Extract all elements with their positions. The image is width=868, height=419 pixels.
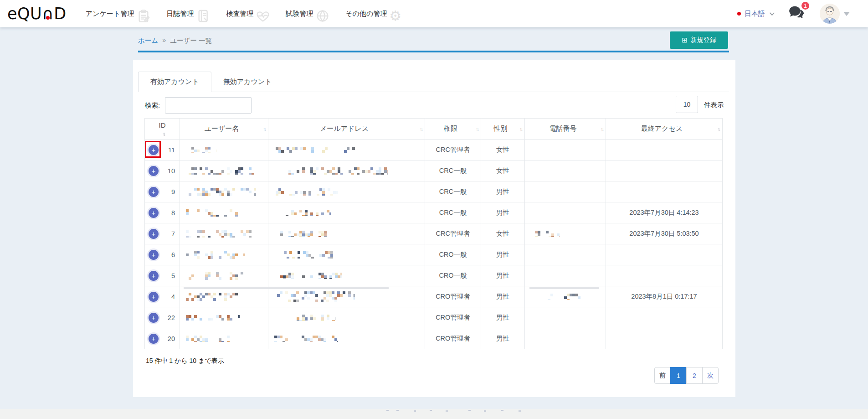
redacted-mosaic	[280, 231, 327, 237]
gender-cell: 男性	[481, 181, 525, 202]
email-cell	[268, 223, 425, 244]
gender-cell: 男性	[481, 244, 525, 265]
pagination-page-1[interactable]: 1	[670, 367, 687, 384]
expand-row-button[interactable]: +	[149, 208, 159, 218]
logo-red-dot-icon	[46, 16, 50, 20]
last-access-cell: 2023年7月30日 5:03:50	[606, 223, 723, 244]
sort-icon[interactable]: ↑↓	[519, 126, 522, 132]
journal-icon	[196, 9, 211, 23]
nav-label: 検査管理	[226, 10, 253, 18]
new-registration-button[interactable]: ⊞ 新規登録	[670, 31, 728, 49]
expand-row-button[interactable]: +	[149, 292, 159, 302]
redacted-mosaic	[186, 293, 243, 301]
email-cell	[268, 244, 425, 265]
user-menu[interactable]	[820, 4, 850, 24]
email-cell	[268, 160, 425, 181]
pagination-next-button[interactable]: 次	[702, 367, 719, 384]
role-cell: CRO管理者	[425, 286, 481, 307]
sort-icon[interactable]: ↑↓	[601, 126, 603, 132]
role-cell: CRC一般	[425, 160, 481, 181]
page-length-select[interactable]: 10	[676, 96, 698, 113]
expand-row-button[interactable]: +	[149, 313, 159, 323]
main-nav: アンケート管理 日誌管理 検査管理 試験管理	[86, 4, 401, 23]
nav-item-other[interactable]: その他の管理 ⚙	[345, 5, 401, 23]
id-cell: + 7	[145, 223, 180, 244]
scrollbar-artifact	[529, 287, 599, 289]
nav-item-diary[interactable]: 日誌管理	[166, 4, 211, 23]
gender-cell: 男性	[481, 265, 525, 286]
redacted-mosaic	[186, 209, 240, 217]
new-registration-label: 新規登録	[691, 36, 716, 44]
breadcrumb-separator: »	[162, 36, 166, 45]
redacted-mosaic	[186, 336, 237, 342]
nav-item-trial[interactable]: 試験管理	[286, 4, 330, 23]
notifications-button[interactable]: 1	[787, 4, 806, 23]
expand-row-button[interactable]: +	[149, 187, 159, 197]
role-cell: CRC一般	[425, 181, 481, 202]
language-label: 日本語	[745, 10, 765, 18]
username-cell	[180, 202, 268, 223]
gender-cell: 男性	[481, 328, 525, 349]
redacted-mosaic	[283, 210, 331, 216]
expand-row-button[interactable]: +	[149, 271, 159, 281]
nav-item-survey[interactable]: アンケート管理	[86, 4, 151, 23]
username-cell	[180, 328, 268, 349]
equad-logo[interactable]: eQU∩D	[7, 5, 67, 23]
expand-row-button[interactable]: +	[149, 145, 159, 155]
table-row: + 10 CRC一般 女性	[145, 160, 723, 181]
column-label: 権限	[444, 124, 457, 133]
tab-inactive-accounts[interactable]: 無効アカウント	[211, 72, 284, 92]
last-access-cell	[606, 160, 723, 181]
id-cell: + 5	[145, 265, 180, 286]
sort-icon[interactable]: ↑↓	[162, 131, 164, 136]
phone-cell	[525, 160, 606, 181]
email-cell	[268, 307, 425, 328]
username-cell	[180, 140, 268, 160]
email-cell	[268, 265, 425, 286]
redacted-mosaic	[186, 188, 256, 196]
column-header[interactable]: メールアドレス↑↓	[268, 119, 425, 140]
sort-icon[interactable]: ↑↓	[717, 126, 719, 132]
column-label: 性別	[494, 124, 508, 133]
sort-icon[interactable]: ↑↓	[263, 126, 265, 132]
redacted-mosaic	[276, 188, 338, 196]
chevron-down-icon	[770, 10, 775, 16]
column-header[interactable]: ユーザー名↑↓	[180, 119, 268, 140]
language-flag-icon	[737, 12, 741, 16]
column-header[interactable]: 電話番号↑↓	[525, 119, 606, 140]
expand-row-button[interactable]: +	[149, 229, 159, 239]
expand-row-button[interactable]: +	[149, 334, 159, 344]
pagination-prev-button[interactable]: 前	[654, 367, 671, 384]
table-row: + 20 CRO管理者 男性	[145, 328, 723, 349]
header-right: 日本語 1	[737, 4, 850, 24]
caret-down-icon	[843, 12, 850, 16]
sort-icon[interactable]: ↑↓	[476, 126, 478, 132]
row-id: 9	[171, 188, 175, 196]
tab-active-accounts[interactable]: 有効アカウント	[138, 72, 211, 92]
expand-row-button[interactable]: +	[149, 166, 159, 176]
id-cell: + 9	[145, 181, 180, 202]
gender-cell: 男性	[481, 286, 525, 307]
column-header[interactable]: ID↑↓	[145, 119, 180, 140]
redacted-mosaic	[280, 273, 342, 279]
redacted-mosaic	[276, 147, 355, 153]
last-access-cell: 2023年8月1日 0:17:17	[606, 286, 723, 307]
column-header[interactable]: 最終アクセス↑↓	[606, 119, 723, 140]
language-selector[interactable]: 日本語	[737, 10, 773, 18]
nav-item-examination[interactable]: 検査管理	[226, 4, 270, 23]
table-info: 15 件中 1 から 10 まで表示	[146, 357, 224, 365]
breadcrumb-home-link[interactable]: ホーム	[138, 36, 158, 45]
table-row: + 8 CRC一般 男性 2023年7月30日 4:14:23	[145, 202, 723, 223]
search-input[interactable]	[165, 97, 252, 114]
role-cell: CRC管理者	[425, 140, 481, 160]
trial-sphere-icon	[315, 9, 330, 23]
sort-icon[interactable]: ↑↓	[420, 126, 422, 132]
expand-row-button[interactable]: +	[149, 250, 159, 260]
pagination-page-2[interactable]: 2	[686, 367, 703, 384]
column-header[interactable]: 性別↑↓	[481, 119, 525, 140]
column-header[interactable]: 権限↑↓	[425, 119, 481, 140]
redacted-mosaic	[189, 147, 216, 153]
column-label: ID	[159, 121, 166, 129]
id-cell: + 20	[145, 328, 180, 349]
id-cell: + 10	[145, 160, 180, 181]
